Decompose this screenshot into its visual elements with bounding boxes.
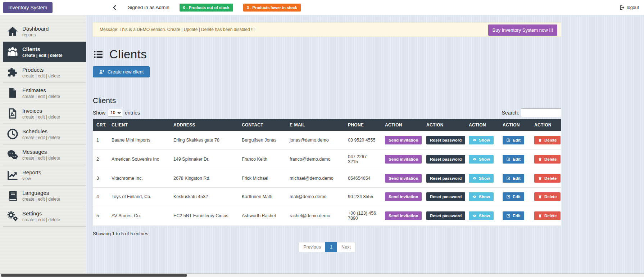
brand-badge[interactable]: Inventory System	[3, 2, 53, 13]
show-button[interactable]: Show	[469, 192, 494, 201]
column-header[interactable]: CRT.	[93, 119, 108, 131]
scrollbar-thumb[interactable]	[1, 274, 187, 277]
column-header[interactable]: ACTION	[465, 119, 499, 131]
column-header[interactable]: ACTION	[531, 119, 561, 131]
column-header[interactable]: ACTION	[381, 119, 423, 131]
edit-button[interactable]: Edit	[503, 155, 524, 164]
buy-button[interactable]: Buy Inventory System now !!!	[488, 24, 557, 36]
reset-password-button-label: Reset password	[430, 195, 462, 199]
show-button[interactable]: Show	[469, 211, 494, 220]
sidebar-item-settings[interactable]: Settingscreate | edit | delete	[3, 206, 86, 227]
sidebar-menu: DashboardreportsClientscreate | edit | d…	[3, 21, 86, 227]
delete-button[interactable]: Delete	[534, 155, 561, 164]
chevron-left-icon[interactable]	[112, 5, 118, 10]
trash-icon	[538, 214, 542, 218]
edit-button[interactable]: Edit	[503, 192, 524, 201]
sidebar-item-estimates[interactable]: Estimatescreate | edit | delete	[3, 83, 86, 103]
show-button[interactable]: Show	[469, 174, 494, 183]
gears-icon	[6, 210, 22, 222]
next-page-button[interactable]: Next	[337, 242, 355, 252]
logout-button[interactable]: logout	[620, 5, 639, 10]
sidebar-item-invoices[interactable]: Invoicescreate | edit | delete	[3, 103, 86, 124]
sidebar-item-schedules[interactable]: Schedulescreate | edit | delete	[3, 124, 86, 144]
sidebar-item-text: Languagescreate | edit | delete	[22, 190, 60, 202]
cell-crt: 4	[93, 188, 108, 206]
search-input[interactable]	[521, 108, 561, 117]
page-length-select[interactable]: 10	[108, 109, 122, 117]
edit-button-label: Edit	[513, 195, 521, 199]
delete-button[interactable]: Delete	[534, 174, 561, 183]
users-icon	[6, 46, 22, 58]
create-new-client-label: Create new client	[108, 69, 144, 75]
action-cell: Reset password	[423, 188, 465, 206]
table-row: 1Baane Mini ImportsErling Skakkes gate 7…	[93, 131, 561, 149]
column-header[interactable]: ACTION	[499, 119, 531, 131]
sidebar-item-label: Dashboard	[22, 26, 49, 32]
action-cell: Edit	[499, 169, 531, 188]
send-invitation-button[interactable]: Send invitation	[385, 155, 422, 164]
cell-phone: 047 2267 3215	[344, 149, 381, 169]
cell-client: American Souvenirs Inc	[108, 149, 170, 169]
delete-button[interactable]: Delete	[534, 136, 561, 144]
sidebar-item-sublabel: view	[22, 176, 41, 181]
sidebar-item-label: Products	[22, 67, 60, 73]
show-button[interactable]: Show	[469, 155, 494, 164]
action-cell: Send invitation	[381, 131, 423, 149]
sidebar-item-label: Messages	[22, 149, 60, 155]
delete-button-label: Delete	[544, 157, 557, 161]
previous-page-button[interactable]: Previous	[299, 242, 326, 252]
edit-button[interactable]: Edit	[503, 174, 524, 183]
sidebar-item-text: Clientscreate | edit | delete	[22, 46, 62, 58]
delete-button[interactable]: Delete	[534, 211, 561, 220]
column-header[interactable]: CONTACT	[238, 119, 286, 131]
pencil-icon	[506, 138, 511, 142]
column-header[interactable]: ADDRESS	[170, 119, 238, 131]
reset-password-button[interactable]: Reset password	[426, 155, 465, 164]
reset-password-button[interactable]: Reset password	[426, 136, 465, 144]
table-header-row: CRT.CLIENTADDRESSCONTACTE-MAILPHONEACTIO…	[93, 119, 561, 131]
sidebar-item-products[interactable]: Productscreate | edit | delete	[3, 62, 86, 83]
edit-button[interactable]: Edit	[503, 136, 524, 144]
edit-button[interactable]: Edit	[503, 211, 524, 220]
column-header[interactable]: E-MAIL	[286, 119, 344, 131]
lower-stock-badge[interactable]: 3 - Products lower in stock	[243, 4, 301, 12]
send-invitation-button[interactable]: Send invitation	[385, 211, 422, 220]
sidebar-item-clients[interactable]: Clientscreate | edit | delete	[3, 42, 86, 62]
cell-email: mati@demo.demo	[286, 188, 344, 206]
send-invitation-button[interactable]: Send invitation	[385, 136, 422, 144]
send-invitation-button[interactable]: Send invitation	[385, 174, 422, 183]
sidebar-item-reports[interactable]: Reportsview	[3, 165, 86, 186]
cell-address: 149 Spinnaker Dr.	[170, 149, 238, 169]
create-new-client-button[interactable]: Create new client	[93, 66, 150, 77]
reset-password-button[interactable]: Reset password	[426, 174, 465, 183]
sidebar-item-text: Productscreate | edit | delete	[22, 67, 60, 79]
reset-password-button[interactable]: Reset password	[426, 192, 465, 201]
puzzle-icon	[6, 66, 22, 79]
delete-button-label: Delete	[544, 214, 557, 218]
reset-password-button-label: Reset password	[430, 157, 462, 161]
show-button[interactable]: Show	[469, 136, 494, 144]
edit-button-label: Edit	[513, 214, 521, 218]
cell-contact: Bergulfsen Jonas	[238, 131, 286, 149]
reset-password-button-label: Reset password	[430, 214, 462, 218]
delete-button[interactable]: Delete	[534, 192, 561, 201]
pencil-icon	[506, 214, 511, 218]
column-header[interactable]: ACTION	[423, 119, 465, 131]
send-invitation-button[interactable]: Send invitation	[385, 192, 422, 201]
sidebar-item-languages[interactable]: Languagescreate | edit | delete	[3, 186, 86, 206]
reset-password-button[interactable]: Reset password	[426, 211, 465, 220]
out-of-stock-badge[interactable]: 0 - Products out of stock	[180, 4, 233, 12]
panel-title: Clients	[93, 96, 561, 105]
current-page-button[interactable]: 1	[325, 242, 337, 252]
sidebar-item-dashboard[interactable]: Dashboardreports	[3, 21, 86, 42]
column-header[interactable]: CLIENT	[108, 119, 170, 131]
topbar: Inventory System Signed in as Admin 0 - …	[0, 0, 644, 15]
cell-address: Keskuskatu 4532	[170, 188, 238, 206]
send-invitation-button-label: Send invitation	[389, 138, 418, 142]
logout-label: logout	[627, 5, 639, 10]
home-icon	[6, 25, 22, 37]
column-header[interactable]: PHONE	[344, 119, 381, 131]
sidebar-item-messages[interactable]: Messagescreate | edit | delete	[3, 144, 86, 165]
cell-client: Vitachrome Inc.	[108, 169, 170, 188]
horizontal-scrollbar[interactable]	[0, 273, 644, 277]
